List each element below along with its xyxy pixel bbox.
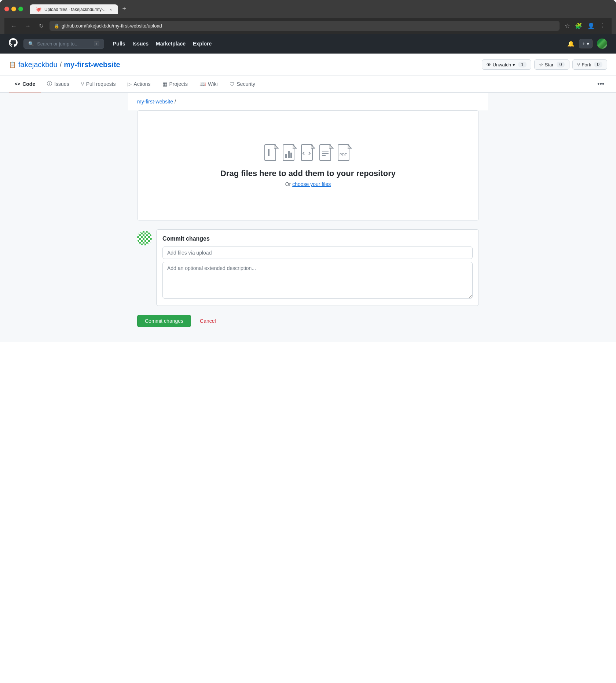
breadcrumb-separator: /	[175, 99, 176, 105]
nav-explore[interactable]: Explore	[193, 41, 212, 47]
upload-or-text: Or	[285, 181, 292, 187]
minimize-button[interactable]	[11, 7, 16, 11]
nav-pulls[interactable]: Pulls	[113, 41, 125, 47]
fullscreen-button[interactable]	[18, 7, 23, 11]
user-avatar	[137, 231, 152, 245]
repo-title: 📋 fakejackbdu / my-first-website	[9, 61, 120, 69]
nav-projects[interactable]: ▦ Projects	[157, 76, 194, 92]
tab-title: Upload files · fakejackbdu/my-...	[44, 7, 107, 12]
pdf-file-icon: PDF	[337, 144, 352, 161]
nav-pull-requests[interactable]: ⑂ Pull requests	[75, 76, 122, 92]
active-tab[interactable]: 🐙 Upload files · fakejackbdu/my-... ×	[30, 4, 118, 14]
commit-message-input[interactable]	[162, 246, 473, 259]
commit-box: Commit changes	[156, 229, 479, 306]
repo-owner[interactable]: fakejackbdu	[18, 61, 58, 69]
forward-button[interactable]: →	[23, 22, 33, 30]
back-button[interactable]: ←	[9, 22, 19, 30]
github-nav: Pulls Issues Marketplace Explore	[113, 41, 212, 47]
pr-icon: ⑂	[81, 81, 84, 87]
upload-container: PDF Drag files here to add them to your …	[137, 110, 479, 220]
watch-dropdown-icon: ▾	[513, 62, 515, 67]
svg-rect-12	[338, 145, 349, 161]
breadcrumb-repo-link[interactable]: my-first-website	[137, 99, 173, 105]
main-page: 📋 fakejackbdu / my-first-website 👁 Unwat…	[0, 54, 616, 683]
actions-icon: ▷	[128, 81, 132, 87]
star-icon: ☆	[539, 62, 543, 67]
svg-rect-5	[288, 151, 290, 158]
breadcrumb: my-first-website /	[128, 93, 488, 110]
svg-rect-8	[320, 145, 331, 161]
text-file-icon	[319, 144, 334, 161]
nav-actions[interactable]: ▷ Actions	[122, 76, 157, 92]
chart-file-icon	[282, 144, 297, 161]
lock-icon: 🔒	[54, 23, 59, 29]
nav-issues[interactable]: ⓘ Issues	[41, 76, 75, 92]
repo-name[interactable]: my-first-website	[64, 61, 120, 69]
nav-code[interactable]: <> Code	[9, 76, 41, 92]
repo-icon: 📋	[9, 61, 16, 68]
svg-text:PDF: PDF	[340, 153, 347, 157]
upload-zone[interactable]: PDF Drag files here to add them to your …	[137, 110, 479, 220]
nav-issues-label: Issues	[54, 81, 69, 87]
star-icon[interactable]: ☆	[563, 22, 571, 30]
github-logo[interactable]	[9, 38, 18, 49]
user-avatar[interactable]	[597, 39, 607, 49]
commit-description-textarea[interactable]	[162, 262, 473, 299]
nav-wiki[interactable]: 📖 Wiki	[194, 76, 223, 92]
repo-actions: 👁 Unwatch ▾ 1 ☆ Star 0 ⑂ Fork 0	[482, 59, 607, 70]
choose-files-link[interactable]: choose your files	[292, 181, 331, 187]
menu-icon[interactable]: ⋮	[598, 22, 607, 30]
search-bar[interactable]: 🔍 Search or jump to... /	[23, 39, 104, 49]
github-header: 🔍 Search or jump to... / Pulls Issues Ma…	[0, 34, 616, 54]
url-text: github.com/fakejackbdu/my-first-website/…	[62, 23, 162, 29]
watch-count: 1	[518, 62, 527, 67]
nav-issues[interactable]: Issues	[132, 41, 148, 47]
nav-projects-label: Projects	[169, 81, 188, 87]
star-count: 0	[557, 62, 565, 67]
content-area: my-first-website /	[0, 93, 616, 342]
notifications-icon[interactable]: 🔔	[567, 40, 575, 47]
fork-button[interactable]: ⑂ Fork 0	[572, 59, 607, 70]
profile-icon[interactable]: 👤	[586, 22, 596, 30]
nav-security[interactable]: 🛡 Security	[224, 76, 261, 92]
upload-subtitle: Or choose your files	[285, 181, 331, 187]
star-button[interactable]: ☆ Star 0	[534, 59, 570, 70]
nav-security-label: Security	[237, 81, 256, 87]
repo-nav: <> Code ⓘ Issues ⑂ Pull requests ▷ Actio…	[0, 76, 616, 93]
fork-icon: ⑂	[577, 62, 580, 67]
address-bar: ← → ↻ 🔒 github.com/fakejackbdu/my-first-…	[4, 18, 612, 34]
repo-separator: /	[60, 61, 62, 69]
search-shortcut: /	[94, 41, 99, 46]
projects-icon: ▦	[162, 81, 167, 87]
svg-rect-6	[290, 153, 292, 158]
watch-label: Unwatch	[493, 62, 511, 67]
address-actions: ☆ 🧩 👤 ⋮	[563, 22, 607, 30]
refresh-button[interactable]: ↻	[37, 22, 46, 30]
tab-close-icon[interactable]: ×	[110, 7, 112, 12]
commit-actions: Commit changes Cancel	[137, 315, 479, 327]
new-tab-button[interactable]: +	[120, 4, 129, 14]
nav-marketplace[interactable]: Marketplace	[156, 41, 186, 47]
nav-code-label: Code	[22, 81, 35, 87]
svg-rect-7	[301, 145, 312, 161]
add-icon[interactable]: + ▾	[579, 39, 593, 48]
wiki-icon: 📖	[199, 81, 206, 87]
file-icons: PDF	[264, 144, 352, 161]
url-bar[interactable]: 🔒 github.com/fakejackbdu/my-first-websit…	[50, 21, 560, 31]
nav-actions-label: Actions	[134, 81, 151, 87]
issues-icon: ⓘ	[47, 81, 52, 87]
watch-button[interactable]: 👁 Unwatch ▾ 1	[482, 59, 531, 70]
star-label: Star	[545, 62, 554, 67]
code-icon: <>	[15, 81, 20, 87]
search-placeholder: Search or jump to...	[37, 41, 78, 47]
nav-wiki-label: Wiki	[208, 81, 217, 87]
header-right: 🔔 + ▾	[567, 39, 607, 49]
fork-label: Fork	[582, 62, 591, 67]
extension-icon[interactable]: 🧩	[573, 22, 584, 30]
cancel-button[interactable]: Cancel	[194, 315, 222, 327]
tab-bar: 🐙 Upload files · fakejackbdu/my-... × +	[30, 4, 129, 14]
commit-changes-button[interactable]: Commit changes	[137, 315, 191, 327]
close-button[interactable]	[4, 7, 9, 11]
fork-count: 0	[594, 62, 602, 67]
more-nav-button[interactable]: •••	[594, 76, 607, 92]
